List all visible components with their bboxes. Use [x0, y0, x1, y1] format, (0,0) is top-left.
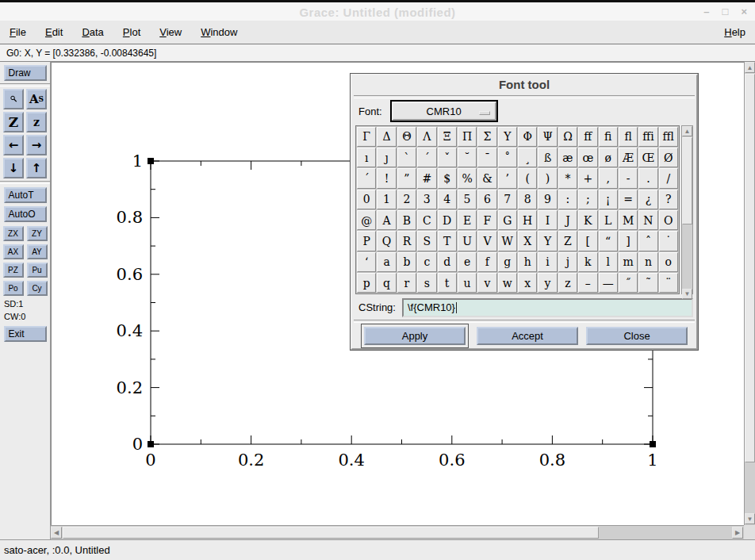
cstring-input[interactable]: \f{CMR10}: [402, 298, 693, 317]
zoom-out-tool[interactable]: z: [26, 112, 47, 132]
glyph-cell-r3c6[interactable]: 6: [477, 190, 496, 209]
glyph-cell-r1c15[interactable]: Ø: [659, 148, 678, 167]
vertical-scroll-thumb[interactable]: [745, 74, 755, 462]
glyph-cell-r0c14[interactable]: ffi: [638, 127, 657, 147]
pan-right-tool[interactable]: →: [26, 135, 47, 155]
grid-scroll-up-icon[interactable]: ▲: [682, 126, 692, 136]
menu-edit[interactable]: Edit: [36, 23, 72, 41]
glyph-cell-r6c0[interactable]: ‘: [357, 252, 376, 272]
glyph-cell-r1c13[interactable]: Æ: [619, 148, 638, 167]
glyph-cell-r0c4[interactable]: Ξ: [438, 127, 457, 147]
glyph-cell-r3c12[interactable]: ¡: [599, 190, 618, 209]
glyph-cell-r0c12[interactable]: fi: [599, 127, 618, 147]
glyph-cell-r0c9[interactable]: Ψ: [538, 127, 557, 147]
glyph-cell-r2c11[interactable]: +: [578, 168, 597, 188]
graph-corner-handle[interactable]: [650, 441, 656, 447]
glyph-cell-r5c12[interactable]: “: [599, 231, 618, 251]
pan-down-tool[interactable]: ↓: [3, 158, 24, 178]
glyph-cell-r1c11[interactable]: œ: [578, 148, 597, 167]
glyph-cell-r1c1[interactable]: ȷ: [377, 148, 396, 167]
apply-button[interactable]: Apply: [364, 327, 466, 345]
glyph-cell-r6c15[interactable]: o: [659, 252, 678, 272]
glyph-cell-r1c7[interactable]: ˚: [498, 148, 517, 167]
glyph-cell-r7c8[interactable]: x: [518, 273, 537, 293]
exit-button[interactable]: Exit: [4, 326, 47, 342]
glyph-cell-r5c9[interactable]: Y: [538, 231, 557, 251]
glyph-cell-r3c1[interactable]: 1: [377, 190, 396, 209]
glyph-cell-r1c4[interactable]: ˇ: [438, 148, 457, 167]
menu-view[interactable]: View: [150, 23, 191, 41]
glyph-cell-r4c1[interactable]: A: [377, 210, 396, 230]
graph-corner-handle[interactable]: [148, 158, 154, 164]
glyph-cell-r2c2[interactable]: ”: [397, 168, 416, 188]
glyph-cell-r6c10[interactable]: j: [558, 252, 577, 272]
glyph-cell-r3c9[interactable]: 9: [538, 190, 557, 209]
menu-help[interactable]: Help: [715, 23, 755, 41]
glyph-cell-r4c13[interactable]: M: [619, 210, 638, 230]
glyph-cell-r6c9[interactable]: i: [538, 252, 557, 272]
glyph-cell-r0c6[interactable]: Σ: [477, 127, 496, 147]
glyph-cell-r4c10[interactable]: J: [558, 210, 577, 230]
glyph-cell-r6c11[interactable]: k: [578, 252, 597, 272]
glyph-cell-r6c4[interactable]: d: [438, 252, 457, 272]
autoscale-tool[interactable]: AS: [26, 89, 47, 109]
glyph-cell-r0c5[interactable]: Π: [458, 127, 477, 147]
glyph-cell-r3c10[interactable]: :: [558, 190, 577, 209]
glyph-cell-r5c4[interactable]: T: [438, 231, 457, 251]
close-button[interactable]: Close: [586, 327, 688, 345]
glyph-cell-r4c8[interactable]: H: [518, 210, 537, 230]
glyph-cell-r1c8[interactable]: ¸: [518, 148, 537, 167]
menu-plot[interactable]: Plot: [113, 23, 150, 41]
glyph-cell-r0c7[interactable]: Υ: [498, 127, 517, 147]
ax-button[interactable]: AX: [3, 244, 24, 259]
glyph-cell-r0c8[interactable]: Φ: [518, 127, 537, 147]
glyph-cell-r1c2[interactable]: `: [397, 148, 416, 167]
font-select[interactable]: CMR10: [390, 100, 498, 122]
glyph-cell-r2c12[interactable]: ,: [599, 168, 618, 188]
horizontal-scroll-thumb[interactable]: [63, 527, 599, 539]
glyph-cell-r3c3[interactable]: 3: [417, 190, 436, 209]
glyph-cell-r5c5[interactable]: U: [458, 231, 477, 251]
glyph-cell-r6c2[interactable]: b: [397, 252, 416, 272]
zx-button[interactable]: ZX: [3, 226, 24, 241]
glyph-cell-r7c2[interactable]: r: [397, 273, 416, 293]
glyph-cell-r4c12[interactable]: L: [599, 210, 618, 230]
glyph-cell-r6c5[interactable]: e: [458, 252, 477, 272]
glyph-cell-r2c8[interactable]: (: [518, 168, 537, 188]
glyph-cell-r1c6[interactable]: ¯: [477, 148, 496, 167]
glyph-cell-r5c7[interactable]: W: [498, 231, 517, 251]
glyph-cell-r4c7[interactable]: G: [498, 210, 517, 230]
glyph-cell-r5c11[interactable]: [: [578, 231, 597, 251]
glyph-cell-r7c3[interactable]: s: [417, 273, 436, 293]
zoom-in-tool[interactable]: Z: [3, 112, 24, 132]
glyph-cell-r3c2[interactable]: 2: [397, 190, 416, 209]
autoticks-button[interactable]: AutoT: [4, 187, 47, 203]
glyph-cell-r5c0[interactable]: P: [357, 231, 376, 251]
glyph-cell-r3c8[interactable]: 8: [518, 190, 537, 209]
po-button[interactable]: Po: [3, 281, 24, 296]
grid-scroll-down-icon[interactable]: ▼: [682, 289, 692, 299]
glyph-cell-r6c3[interactable]: c: [417, 252, 436, 272]
glyph-cell-r1c3[interactable]: ´: [417, 148, 436, 167]
scroll-up-icon[interactable]: ▲: [745, 62, 755, 73]
glyph-cell-r4c14[interactable]: N: [638, 210, 657, 230]
glyph-cell-r2c7[interactable]: ’: [498, 168, 517, 188]
glyph-cell-r7c15[interactable]: ¨: [659, 273, 678, 293]
glyph-cell-r5c3[interactable]: S: [417, 231, 436, 251]
glyph-cell-r6c1[interactable]: a: [377, 252, 396, 272]
glyph-cell-r2c14[interactable]: .: [638, 168, 657, 188]
glyph-cell-r6c12[interactable]: l: [599, 252, 618, 272]
glyph-cell-r4c5[interactable]: E: [458, 210, 477, 230]
glyph-cell-r3c14[interactable]: ¿: [638, 190, 657, 209]
pz-button[interactable]: PZ: [3, 263, 24, 278]
glyph-cell-r5c6[interactable]: V: [477, 231, 496, 251]
glyph-cell-r0c13[interactable]: fl: [619, 127, 638, 147]
glyph-cell-r1c12[interactable]: ø: [599, 148, 618, 167]
glyph-cell-r2c15[interactable]: /: [659, 168, 678, 188]
glyph-cell-r3c0[interactable]: 0: [357, 190, 376, 209]
glyph-cell-r0c2[interactable]: Θ: [397, 127, 416, 147]
glyph-cell-r0c3[interactable]: Λ: [417, 127, 436, 147]
glyph-cell-r5c14[interactable]: ˆ: [638, 231, 657, 251]
close-icon[interactable]: ×: [741, 6, 747, 17]
canvas-horizontal-scrollbar[interactable]: ◀ ▶: [51, 525, 744, 539]
